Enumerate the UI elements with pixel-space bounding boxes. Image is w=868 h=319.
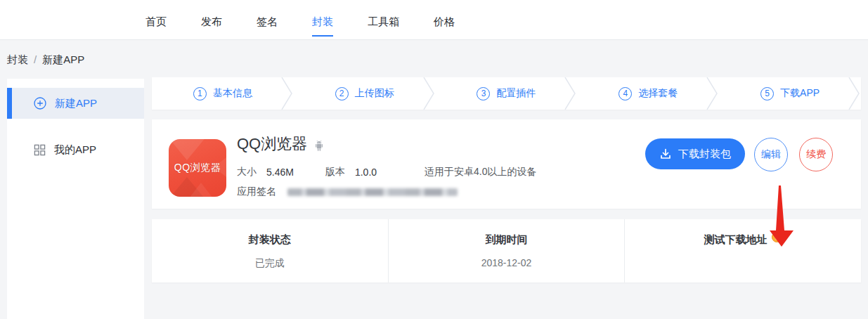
download-button-label: 下载封装包 (678, 148, 731, 161)
app-signature-redacted (287, 188, 458, 196)
wizard-stepper: 1 基本信息 2 上传图标 3 配置插件 4 选择套餐 5 下载APP (152, 77, 861, 110)
step-separator-chevron (281, 77, 292, 110)
step-separator-chevron (706, 77, 718, 110)
package-status-title: 封装状态 (249, 233, 291, 247)
nav-item-package[interactable]: 封装 (312, 0, 333, 37)
step-configure-plugins: 3 配置插件 (436, 77, 578, 110)
step-separator-chevron (423, 77, 434, 110)
breadcrumb-current: 新建APP (42, 53, 84, 65)
step-basic-info: 1 基本信息 (152, 77, 294, 110)
test-download-title: 测试下载地址 (704, 233, 767, 247)
size-label: 大小 (237, 166, 257, 178)
renew-button[interactable]: 续费 (799, 138, 833, 171)
app-icon: QQ浏览器 (169, 139, 226, 197)
step-download-app: 5 下载APP (719, 77, 861, 110)
sidebar-item-label: 我的APP (54, 143, 96, 157)
nav-item-price[interactable]: 价格 (434, 0, 455, 37)
step-number: 1 (193, 87, 207, 100)
step-number: 5 (760, 87, 774, 100)
step-number: 4 (618, 87, 632, 100)
breadcrumb: 封装/新建APP (7, 53, 84, 67)
test-download-column: 测试下载地址 ? (624, 219, 861, 282)
grid-icon (34, 144, 46, 156)
app-info: QQ浏览器 大小 5.46M 版本 1.0.0 (237, 134, 537, 198)
top-header: 首页 发布 签名 封装 工具箱 价格 (0, 0, 868, 40)
step-separator-chevron (848, 77, 860, 110)
step-label: 选择套餐 (638, 87, 678, 100)
main-nav: 首页 发布 签名 封装 工具箱 价格 (145, 0, 489, 40)
app-info-card: QQ浏览器 QQ浏览器 大小 5.46M 版 (152, 119, 861, 209)
app-title: QQ浏览器 (237, 134, 307, 155)
expiry-date-title: 到期时间 (486, 233, 528, 247)
sidebar: 新建APP 我的APP (7, 79, 144, 319)
app-icon-label: QQ浏览器 (174, 162, 221, 174)
size-value: 5.46M (266, 167, 294, 178)
requirement-text: 适用于安卓4.0以上的设备 (425, 166, 536, 178)
breadcrumb-separator: / (34, 53, 37, 65)
edit-button[interactable]: 编辑 (754, 138, 788, 171)
sidebar-item-new-app[interactable]: 新建APP (7, 88, 144, 119)
app-meta: 大小 5.46M 版本 1.0.0 适用于安卓4.0以上的设备 (237, 166, 537, 178)
app-signature-row: 应用签名 (237, 185, 537, 198)
nav-item-home[interactable]: 首页 (145, 0, 167, 37)
step-number: 2 (335, 87, 349, 100)
step-label: 下载APP (780, 87, 820, 100)
android-icon (313, 140, 325, 152)
version-label: 版本 (325, 166, 345, 178)
nav-item-publish[interactable]: 发布 (201, 0, 222, 37)
package-status-value: 已完成 (152, 257, 388, 270)
expiry-date-value: 2018-12-02 (389, 257, 625, 268)
download-package-button[interactable]: 下载封装包 (645, 138, 745, 169)
sidebar-item-my-app[interactable]: 我的APP (7, 134, 144, 165)
plus-circle-icon (34, 97, 46, 110)
status-card: 封装状态 已完成 到期时间 2018-12-02 测试下载地址 ? (152, 219, 861, 282)
package-status-column: 封装状态 已完成 (152, 219, 388, 282)
step-number: 3 (477, 87, 490, 100)
nav-item-sign[interactable]: 签名 (257, 0, 278, 37)
sidebar-item-label: 新建APP (55, 97, 97, 110)
version-value: 1.0.0 (355, 167, 377, 178)
step-label: 上传图标 (355, 87, 394, 100)
signature-label: 应用签名 (237, 185, 276, 198)
step-separator-chevron (564, 77, 576, 110)
nav-item-toolbox[interactable]: 工具箱 (368, 0, 399, 37)
download-icon (659, 148, 672, 160)
step-label: 基本信息 (213, 87, 252, 100)
step-upload-icon: 2 上传图标 (294, 77, 436, 110)
breadcrumb-root[interactable]: 封装 (7, 53, 28, 65)
step-label: 配置插件 (496, 87, 536, 100)
step-select-plan: 4 选择套餐 (577, 77, 719, 110)
expiry-date-column: 到期时间 2018-12-02 (388, 219, 625, 282)
page: 首页 发布 签名 封装 工具箱 价格 封装/新建APP 新建APP (0, 0, 868, 319)
help-icon[interactable]: ? (772, 232, 782, 242)
